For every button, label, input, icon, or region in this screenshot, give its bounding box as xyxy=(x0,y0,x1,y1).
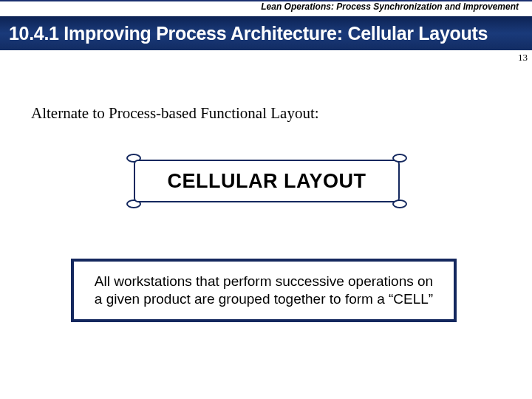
scroll-callout: CELLULAR LAYOUT xyxy=(126,157,407,205)
definition-text: All workstations that perform successive… xyxy=(89,273,439,308)
title-bar: 10.4.1 Improving Process Architecture: C… xyxy=(0,16,532,50)
definition-box: All workstations that perform successive… xyxy=(71,259,457,322)
page-number: 13 xyxy=(518,52,528,64)
scroll-label: CELLULAR LAYOUT xyxy=(168,170,366,193)
intro-text: Alternate to Process-based Functional La… xyxy=(31,104,319,123)
chapter-label: Lean Operations: Process Synchronization… xyxy=(261,1,519,12)
slide-title: 10.4.1 Improving Process Architecture: C… xyxy=(9,23,488,44)
scroll-curl-right xyxy=(391,157,407,205)
scroll-body: CELLULAR LAYOUT xyxy=(134,160,400,202)
